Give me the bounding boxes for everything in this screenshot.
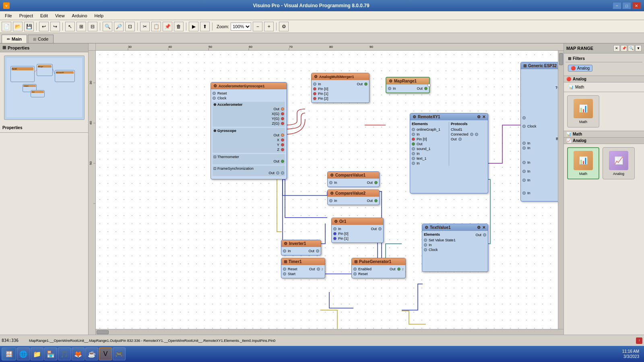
port-inv-in[interactable]: [283, 249, 286, 253]
port-rxy-in[interactable]: [412, 133, 415, 136]
zoom-out-button[interactable]: 🔎: [114, 22, 124, 31]
port-rxy-out[interactable]: [412, 142, 415, 146]
panel-section-math[interactable]: 📊 Math: [564, 131, 644, 138]
hscrollbar[interactable]: [96, 329, 564, 335]
delete-button[interactable]: 🗑: [174, 22, 184, 31]
vscroll-thumb[interactable]: [559, 53, 563, 65]
select-button[interactable]: ↖: [65, 22, 75, 31]
port-esp-serial0-in[interactable]: [522, 161, 526, 164]
zoom-fit-button[interactable]: ⊡: [125, 22, 135, 31]
minimize-button[interactable]: −: [613, 2, 621, 9]
port-tv-out[interactable]: [483, 233, 486, 237]
port-or-pin1[interactable]: [333, 237, 336, 240]
port-connected1[interactable]: [470, 133, 473, 136]
textvalue-settings-icon[interactable]: ⚙: [477, 225, 481, 230]
canvas-content[interactable]: ⚙ AccelerometerGyroscope1 Reset Clock: [96, 51, 558, 329]
port-graph[interactable]: [412, 128, 415, 131]
port-merger-pin2[interactable]: [313, 97, 316, 100]
port-therm-out[interactable]: [281, 160, 284, 163]
port-maprange-out[interactable]: [424, 87, 427, 90]
vscrollbar[interactable]: [558, 51, 564, 329]
port-tv-setvs[interactable]: [424, 239, 427, 242]
port-z[interactable]: [281, 148, 284, 151]
node-esp32[interactable]: ⊞ Generic ESP32 Modules WiFi Sockets TCP…: [520, 62, 558, 202]
right-panel-pin[interactable]: 📌: [621, 45, 627, 51]
port-text-in[interactable]: [412, 162, 415, 165]
node-textvalue[interactable]: ⚙ TextValue1 ⚙ ✕ Elements Set Value Stat…: [422, 224, 488, 272]
port-fs-out2[interactable]: [281, 171, 284, 175]
port-tv-in[interactable]: [424, 243, 427, 247]
port-merger-pin1[interactable]: [313, 92, 316, 95]
start-button[interactable]: 🪟: [2, 348, 16, 360]
port-cv2-out[interactable]: [374, 199, 378, 202]
settings-button[interactable]: ⚙: [279, 22, 289, 31]
upload-button[interactable]: ⬆: [200, 22, 210, 31]
port-cv1-out[interactable]: [374, 181, 378, 184]
taskbar-game[interactable]: 🎮: [113, 348, 126, 360]
port-esp-in2[interactable]: [522, 142, 526, 145]
node-pulsegen[interactable]: ⊞ PulseGenerator1 Enabled Reset: [351, 258, 406, 278]
right-panel-close[interactable]: ✕: [613, 45, 620, 51]
port-zg[interactable]: [281, 122, 284, 125]
port-pg-enabled[interactable]: [353, 267, 357, 271]
maximize-button[interactable]: □: [622, 2, 631, 9]
port-accel-out[interactable]: [281, 107, 284, 111]
component-math2[interactable]: 📊 Math: [567, 147, 599, 179]
node-compare1[interactable]: ⚙ CompareValue1 In Out: [327, 171, 380, 187]
menu-arduino[interactable]: Arduino: [69, 12, 91, 19]
cut-button[interactable]: ✂: [140, 22, 150, 31]
align-button[interactable]: ⊟: [88, 22, 97, 31]
port-merger-in[interactable]: [313, 82, 316, 86]
port-inv-out[interactable]: [316, 249, 319, 253]
taskbar-java[interactable]: ☕: [85, 348, 98, 360]
port-merger-out[interactable]: [364, 82, 367, 86]
port-x[interactable]: [281, 138, 284, 142]
remotexy-settings-icon[interactable]: ⚙: [477, 115, 481, 119]
port-or-pin0[interactable]: [333, 232, 336, 235]
undo-button[interactable]: ↩: [39, 22, 49, 31]
port-xg[interactable]: [281, 112, 284, 115]
node-remotexy[interactable]: ⚙ RemoteXY1 ⚙ ✕ Elements onlineGraph_1: [410, 113, 488, 193]
paste-button[interactable]: 📌: [163, 22, 172, 31]
port-reset-in[interactable]: [213, 92, 216, 95]
save-button[interactable]: 💾: [24, 22, 34, 31]
node-merger[interactable]: ⚙ AnalogMultiMerger1 In Pin [0]: [311, 73, 369, 103]
port-timer-out[interactable]: [317, 267, 320, 271]
zoom-minus-button[interactable]: −: [253, 22, 262, 31]
filter-chip-analog[interactable]: 🔴 Analog: [568, 65, 592, 72]
tab-code[interactable]: ⊞ Code: [28, 35, 54, 43]
port-pg-reset[interactable]: [353, 272, 357, 276]
port-esp-hallsensor-in[interactable]: [522, 116, 526, 119]
port-or-out[interactable]: [378, 227, 382, 230]
taskbar-visuino[interactable]: V: [99, 348, 112, 360]
port-esp-i2c0-in[interactable]: [522, 191, 526, 195]
port-clock-in[interactable]: [213, 97, 216, 100]
node-timer[interactable]: ⊞ Timer1 Reset Start: [281, 258, 325, 278]
panel-section-analog2[interactable]: 📈 Analog: [564, 138, 644, 144]
grid-button[interactable]: ⊞: [76, 22, 86, 31]
zoom-plus-button[interactable]: +: [264, 22, 274, 31]
component-analog2[interactable]: 📈 Analog: [603, 147, 635, 179]
panel-section-analog[interactable]: 🔴 Analog: [564, 76, 644, 82]
textvalue-close-icon[interactable]: ✕: [482, 225, 485, 230]
zoom-in-button[interactable]: 🔍: [103, 22, 112, 31]
tab-main[interactable]: ✏ Main: [2, 35, 27, 43]
open-button[interactable]: 📂: [13, 22, 23, 31]
port-rxy-pin0[interactable]: [412, 138, 415, 141]
port-gyro-out[interactable]: [281, 134, 284, 137]
redo-button[interactable]: ↪: [50, 22, 60, 31]
taskbar-firefox[interactable]: 🦊: [72, 348, 85, 360]
port-yg[interactable]: [281, 117, 284, 120]
menu-project[interactable]: Project: [16, 12, 36, 19]
remotexy-close-icon[interactable]: ✕: [482, 115, 485, 119]
zoom-select[interactable]: 100% 50% 75% 125% 150%: [231, 23, 251, 31]
close-button[interactable]: ✕: [632, 2, 641, 9]
menu-help[interactable]: Help: [91, 12, 107, 19]
menu-edit[interactable]: Edit: [37, 12, 51, 19]
port-cloud-out[interactable]: [458, 138, 462, 141]
port-sound-in[interactable]: [412, 152, 415, 155]
right-panel-math-item[interactable]: 📊 Math: [566, 84, 642, 90]
port-pg-out[interactable]: [397, 267, 400, 271]
port-text[interactable]: [412, 157, 415, 160]
right-panel-menu[interactable]: ▼: [635, 45, 642, 51]
